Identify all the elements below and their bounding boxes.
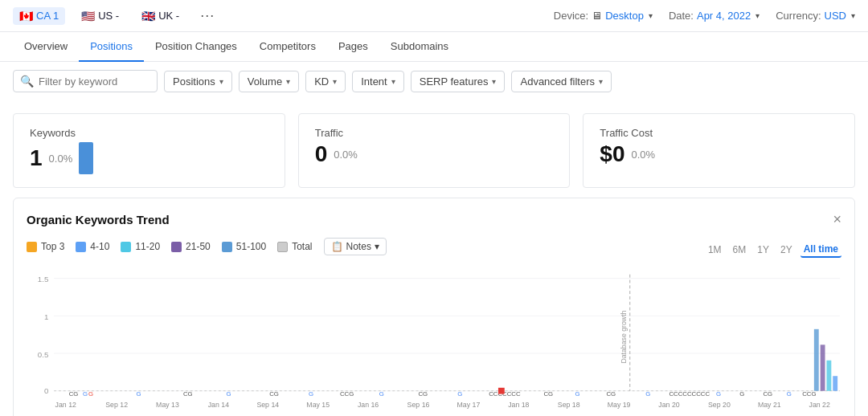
legend-total-label: Total [292,241,312,252]
legend-4-10[interactable]: 4-10 [76,241,109,252]
device-icon: 🖥 [592,10,602,22]
currency-chevron: ▾ [851,11,855,20]
date-value[interactable]: Apr 4, 2022 [697,10,751,22]
legend-4-10-checkbox [76,242,86,252]
metrics-row: Keywords 1 0.0% Traffic 0 0.0% Traffic C… [0,100,868,198]
chart-header: Organic Keywords Trend × [27,211,841,228]
svg-text:CG: CG [269,390,279,398]
svg-text:May 13: May 13 [156,401,179,409]
metric-traffic-cost-value: $0 [600,142,624,167]
svg-text:Sep 14: Sep 14 [256,401,279,409]
metric-keywords-bar [79,142,93,174]
legend-21-50-checkbox [171,242,182,252]
svg-text:G: G [136,390,141,398]
legend-11-20-label: 11-20 [135,241,160,252]
serp-filter-btn[interactable]: SERP features ▾ [411,71,506,92]
svg-text:May 21: May 21 [758,401,781,409]
nav-tab-overview[interactable]: Overview [13,32,79,62]
svg-rect-12 [821,345,825,390]
metric-traffic-pct: 0.0% [334,149,358,161]
metric-keywords: Keywords 1 0.0% [13,113,285,188]
metric-traffic-cost: Traffic Cost $0 0.0% [583,113,855,188]
nav-tab-position-changes[interactable]: Position Changes [144,32,248,62]
metric-keywords-value: 1 [30,146,43,171]
intent-filter-btn[interactable]: Intent ▾ [352,71,404,92]
notes-label: Notes [346,241,371,252]
nav-tab-positions[interactable]: Positions [79,32,144,62]
flag-us: 🇺🇸 [81,10,95,22]
svg-rect-11 [814,329,819,391]
device-value[interactable]: Desktop [605,10,644,22]
legend-21-50-label: 21-50 [186,241,211,252]
legend-51-100-checkbox [222,242,232,252]
svg-text:CG: CG [607,390,616,398]
positions-filter-btn[interactable]: Positions ▾ [164,71,232,92]
time-2y[interactable]: 2Y [777,243,796,257]
nav-tab-subdomains[interactable]: Subdomains [379,32,460,62]
svg-text:G: G [227,390,231,398]
svg-text:May 17: May 17 [457,401,481,409]
device-chevron: ▾ [649,11,653,20]
notes-button[interactable]: 📋 Notes ▾ [324,238,387,255]
svg-text:G: G [575,390,580,398]
legend-total-checkbox [277,242,288,252]
filter-bar: 🔍 Positions ▾ Volume ▾ KD ▾ Intent ▾ SER… [0,62,868,100]
positions-chevron: ▾ [219,77,223,86]
svg-text:Jan 20: Jan 20 [658,401,679,409]
metric-keywords-value-row: 1 0.0% [30,142,268,174]
metric-traffic-cost-pct: 0.0% [632,149,656,161]
intent-chevron: ▾ [391,77,395,86]
close-button[interactable]: × [833,211,841,228]
svg-text:G: G [309,390,313,398]
legend-51-100[interactable]: 51-100 [222,241,266,252]
svg-rect-38 [498,388,505,394]
nav-tab-competitors[interactable]: Competitors [248,32,327,62]
metric-keywords-title: Keywords [30,127,268,139]
tab-uk[interactable]: 🇬🇧 UK - [135,7,186,25]
svg-text:0.5: 0.5 [38,350,49,359]
tab-ca[interactable]: 🇨🇦 CA 1 [13,7,65,25]
svg-text:Database growth: Database growth [620,310,628,363]
svg-text:Jan 22: Jan 22 [809,401,830,409]
time-alltime[interactable]: All time [800,242,841,258]
svg-text:CG: CG [543,390,553,398]
more-button[interactable]: ··· [195,5,219,27]
time-1y[interactable]: 1Y [754,243,772,257]
svg-text:G: G [379,390,384,398]
svg-text:Jan 16: Jan 16 [358,401,379,409]
metric-traffic-title: Traffic [315,127,554,139]
volume-filter-btn[interactable]: Volume ▾ [239,71,299,92]
currency-value[interactable]: USD [825,10,846,22]
metric-traffic-value-row: 0 0.0% [315,142,554,167]
date-filter: Date: Apr 4, 2022 ▾ [669,10,760,22]
svg-text:CG: CG [763,390,772,398]
legend-11-20[interactable]: 11-20 [121,241,160,252]
nav-tab-pages[interactable]: Pages [327,32,379,62]
legend-21-50[interactable]: 21-50 [171,241,211,252]
kd-chevron: ▾ [333,77,337,86]
nav-tabs: Overview Positions Position Changes Comp… [0,32,868,62]
keyword-search-wrapper[interactable]: 🔍 [13,70,158,92]
svg-text:Sep 12: Sep 12 [105,401,128,409]
svg-text:Sep 16: Sep 16 [407,401,430,409]
metric-keywords-pct: 0.0% [49,153,73,165]
legend-total[interactable]: Total [277,241,312,252]
metric-traffic-cost-title: Traffic Cost [600,127,838,139]
device-label: Device: [554,10,588,22]
svg-text:1: 1 [44,312,48,321]
legend-51-100-label: 51-100 [236,241,266,252]
keyword-search-input[interactable] [39,75,150,88]
legend-top3[interactable]: Top 3 [27,241,64,252]
svg-text:Jan 14: Jan 14 [208,401,229,409]
legend-4-10-label: 4-10 [90,241,109,252]
svg-text:G: G [88,390,93,398]
time-1m[interactable]: 1M [705,243,725,257]
tab-us[interactable]: 🇺🇸 US - [75,7,125,25]
kd-filter-btn[interactable]: KD ▾ [305,71,346,92]
volume-chevron: ▾ [286,77,290,86]
advanced-filter-btn[interactable]: Advanced filters ▾ [511,71,612,92]
device-filter: Device: 🖥 Desktop ▾ [554,10,653,22]
time-6m[interactable]: 6M [730,243,750,257]
svg-text:G: G [787,390,792,398]
chart-svg: 1.5 1 0.5 0 Database growth G G CG [27,267,841,411]
